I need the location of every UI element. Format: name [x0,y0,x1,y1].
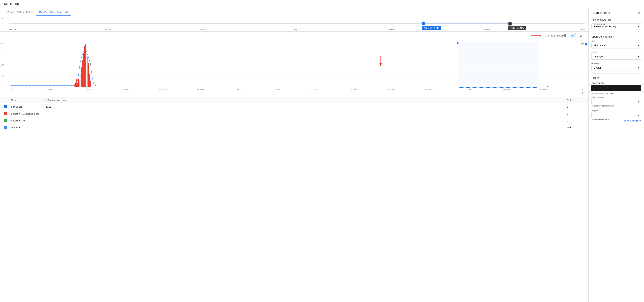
row3-color [4,119,11,122]
table-row: Max Slots - 800 [0,124,588,131]
range-handle-right[interactable] [508,22,512,26]
col-slots: Slots [567,99,584,102]
y-200: 200 [1,75,4,77]
workloads-select[interactable]: Workloads on Reservations Pricing ▾ [592,24,641,29]
parent-folders-field: Parent Folders ▾ 10 parent folders maxim… [592,96,641,107]
row2-name: Baseline + Autoscaled Slots [11,112,46,115]
x-utc7: UTC-7 [9,88,16,91]
svg-rect-3 [580,36,581,37]
interval-help-icon[interactable]: ? [564,34,566,37]
close-panel-button[interactable]: ✕ [637,11,641,15]
chart-select-field: Chart Slot Usage ▾ [592,40,641,49]
chart-value: Slot Usage [594,44,606,47]
row3-slots: 0 [567,119,584,122]
expand-chart-icon[interactable]: ⊞ [582,91,584,94]
filters-section: Filters Reservations 10 reservations max… [592,77,641,123]
metric-chevron: ▾ [638,55,639,58]
line-chart-icon [571,34,574,37]
app-header: Monitoring [0,0,644,8]
x-1140am: 11:40AM [234,88,242,91]
x-label-6pm: 6:00 PM [104,29,111,31]
metric-select[interactable]: Average ▾ [592,54,641,60]
panel-title: Chart options [592,11,610,15]
row2-slots: 0 [567,112,584,115]
table-header: Name ↓ Average slot usage Slots [0,97,588,103]
projects-select[interactable]: ▾ [592,112,641,118]
group-by-field: Group by Overall ▾ [592,62,641,71]
workloads-field: Workloads on Reservations Pricing ▾ [592,24,641,29]
reservations-label: Reservations [592,82,641,84]
range-selected [424,23,510,24]
group-by-select[interactable]: Overall ▾ [592,65,641,71]
metric-label: Metric [592,51,641,53]
workloads-field-label: Workloads on [594,24,605,26]
chart-chevron: ▾ [638,44,639,47]
projects-max: 10 projects maximum [592,119,610,121]
tab-resource-utilization[interactable]: RESOURCE UTILIZATION [36,8,71,16]
pricing-model-title: Pricing Model ? [592,19,641,21]
reservations-filter-input[interactable] [592,85,641,91]
parent-folders-max: 10 parent folders maximum [592,105,641,107]
x-1200pm: 12:00 PM [310,88,318,91]
right-panel: Chart options ✕ Pricing Model ? Workload… [588,8,644,302]
y-800-label: 800 [581,43,584,45]
parent-folders-label: Parent Folders [592,96,641,99]
chart-config-section: Chart Configuration Chart Slot Usage ▾ M… [592,35,641,71]
workloads-chevron: ▾ [638,25,639,28]
x-label-3am: 3:00 AM [388,29,395,31]
x-label-aug03: Aug 03 [294,29,300,31]
row4-slots: 800 [567,126,584,129]
bar-chart-icon [580,34,583,37]
red-arrow-annotation [531,33,545,38]
row3-name: Baseline Slots [11,119,46,122]
row3-avg: - [46,119,567,122]
x-1100am: 11:00AM [84,88,91,91]
y-600: 600 [1,53,4,56]
projects-label: Projects [592,110,641,112]
divider-1 [592,32,641,32]
parent-folders-select[interactable]: ▾ [592,99,641,105]
show-debug-panel-link[interactable]: Show debug panel [624,120,641,122]
y-label-0: 0 [2,23,4,25]
chart-svg [9,43,584,88]
main-chart: 800 600 400 200 0 ★ [9,43,584,88]
table-row: Baseline + Autoscaled Slots - 0 [0,110,588,117]
chart-select[interactable]: Slot Usage ▾ [592,43,641,49]
row1-slots: 0 [567,106,584,108]
y-800: 800 [1,43,4,45]
x-label-9am: 9:00 AM [578,29,585,31]
time-range-bar[interactable]: Aug 3, 10:43 AM Aug 3, 1:10 PM [9,21,585,27]
tabs-bar: OPERATIONAL HEALTH RESOURCE UTILIZATION [0,8,588,16]
col-color [4,99,11,102]
chart-controls: 1 minute interval ? [0,32,588,40]
x-110pm: 1:10 PM [577,88,584,91]
pricing-help-icon[interactable]: ? [608,19,611,21]
x-1240pm: 12:40 PM [463,88,472,91]
group-by-value: Overall [594,66,601,69]
parent-folders-chevron: ▾ [638,100,639,103]
x-label-6am: 6:00 AM [483,29,490,31]
row1-color [4,105,11,108]
x-1120am: 11:20AM [159,88,167,91]
overview-chart: 50 0 Aug 3, 10:43 AM Aug 3, 1:10 [0,16,588,32]
metric-value: Average [594,55,603,58]
chart-field-label: Chart [592,40,641,42]
x-label-3pm: 3:00 PM [9,29,16,31]
content-area: OPERATIONAL HEALTH RESOURCE UTILIZATION … [0,8,588,302]
projects-chevron: ▾ [638,114,639,116]
bar-chart-btn[interactable] [578,33,584,38]
main-chart-container: 800 600 400 200 0 ★ [0,40,588,95]
row4-avg: - [46,126,567,129]
tab-operational-health[interactable]: OPERATIONAL HEALTH [4,8,36,16]
group-by-label: Group by [592,62,641,65]
x-1130am: 11:30AM [197,88,204,91]
row1-name: Slot Usage [11,106,46,108]
main-layout: OPERATIONAL HEALTH RESOURCE UTILIZATION … [0,8,644,302]
line-chart-btn[interactable] [570,33,576,38]
range-handle-left[interactable] [422,22,425,25]
col-name: Name [11,99,46,102]
filters-title: Filters [592,77,641,80]
table-row: Baseline Slots - 0 [0,117,588,124]
metric-field: Metric Average ▾ [592,51,641,60]
x-1150am: 11:50AM [272,88,280,91]
